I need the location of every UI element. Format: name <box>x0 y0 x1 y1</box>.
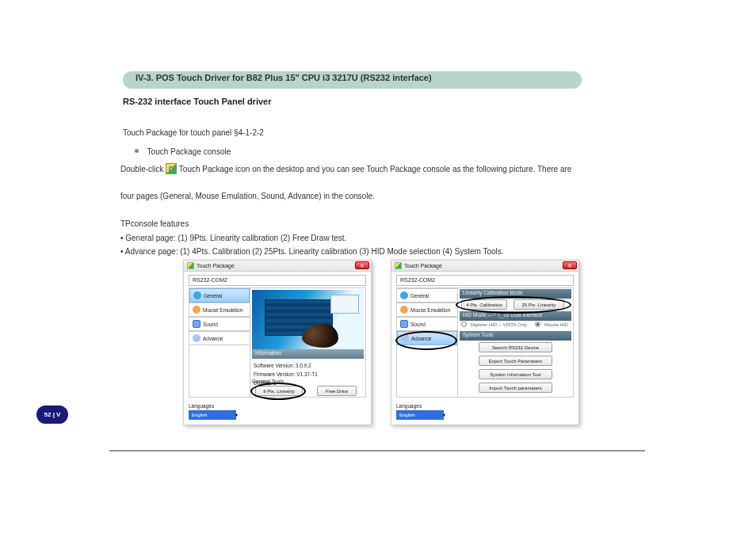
paragraph-2: Double-click Touch Package icon on the d… <box>120 163 629 176</box>
information-header: Information <box>252 349 364 359</box>
software-version: Software Version: 3.0.9.2 <box>254 361 318 370</box>
tab-general-label: General <box>204 293 222 299</box>
bullet-icon <box>135 149 139 153</box>
advance-main-panel: Linearity Calibration Mode 4 Pts. Calibr… <box>457 288 573 397</box>
page-number-pill: 52 | V <box>36 405 68 424</box>
twenty-five-pts-linearity-button[interactable]: 25 Pts. Linearity <box>514 299 564 310</box>
mouse-icon <box>400 306 408 314</box>
tab-advance-label: Advance <box>203 336 223 341</box>
globe-icon <box>193 291 201 299</box>
screenshot-general: Touch Package ✕ RS232-COM2 General Mouse… <box>183 260 372 425</box>
paragraph-1: Touch Package for touch panel §4-1-2-2 <box>123 127 264 139</box>
window-body: General Mouse Emulation Sound Advance In… <box>189 287 366 398</box>
system-information-tool-button[interactable]: System Information Tool <box>479 369 552 379</box>
window-title: Touch Package <box>404 263 442 268</box>
tab-mouse-label: Mouse Emulation <box>203 307 242 313</box>
system-tools-header: System Tools <box>460 331 571 341</box>
tab-mouse-label: Mouse Emulation <box>410 307 450 313</box>
preview-image-detail <box>330 295 359 314</box>
tab-advance[interactable]: Advance <box>397 331 457 345</box>
device-combobox-value: RS232-COM2 <box>400 277 435 283</box>
languages-label: Languages <box>396 403 444 409</box>
tab-sound[interactable]: Sound <box>189 317 250 331</box>
linearity-header: Linearity Calibration Mode <box>460 289 571 299</box>
languages-dropdown[interactable]: English <box>396 410 444 420</box>
close-icon[interactable]: ✕ <box>563 261 577 269</box>
paragraph-2-post: Touch Package icon on the desktop and yo… <box>179 165 572 173</box>
tab-sound-label: Sound <box>203 322 218 327</box>
languages-dropdown[interactable]: English <box>189 410 236 420</box>
section-header-text: IV-3. POS Touch Driver for B82 Plus 15" … <box>136 73 432 82</box>
radio-digitizer-hid[interactable] <box>461 322 467 327</box>
window-app-icon <box>395 262 402 269</box>
tab-advance-label: Advance <box>411 336 431 341</box>
export-touch-parameters-button[interactable]: Export Touch Parameters <box>479 356 552 366</box>
paragraph-5: • General page: (1) 9Pts. Linearity cali… <box>120 232 629 244</box>
search-rs232-button[interactable]: Search RS232 Device <box>479 342 552 352</box>
general-main-panel: Information Software Version: 3.0.9.2 Fi… <box>250 288 365 397</box>
sidebar: General Mouse Emulation Sound Advance <box>189 288 250 397</box>
four-pts-calibration-button[interactable]: 4 Pts. Calibration <box>461 299 507 310</box>
bullet-text: Touch Package console <box>147 147 231 156</box>
tab-general-label: General <box>410 293 429 299</box>
touch-package-icon <box>166 163 177 174</box>
paragraph-2-pre: Double-click <box>120 165 166 173</box>
hid-mode-radio-row: Digitizer HID -- VISTA Only Mouse HID <box>461 322 570 327</box>
window-title: Touch Package <box>197 263 235 268</box>
tab-mouse-emulation[interactable]: Mouse Emulation <box>397 303 457 317</box>
window-app-icon <box>187 262 194 269</box>
hid-mode-header: HID Mode — * T_15 USB interface <box>460 311 571 321</box>
radio-mouse-hid-label: Mouse HID <box>544 322 568 327</box>
close-icon[interactable]: ✕ <box>355 261 369 269</box>
window-titlebar: Touch Package ✕ <box>184 261 371 272</box>
preview-image <box>252 290 364 349</box>
mouse-icon <box>193 306 200 314</box>
gear-icon <box>401 334 409 342</box>
screenshot-advance: Touch Package ✕ RS232-COM2 General Mouse… <box>391 260 579 425</box>
device-combobox-value: RS232-COM2 <box>193 277 227 283</box>
window-body: General Mouse Emulation Sound Advance Li… <box>396 287 574 398</box>
tab-sound-label: Sound <box>410 322 426 327</box>
preview-image-detail <box>302 324 338 348</box>
languages-row: Languages English <box>396 403 444 420</box>
sidebar: General Mouse Emulation Sound Advance <box>397 288 457 397</box>
paragraph-6: • Advance page: (1) 4Pts. Calibration (2… <box>120 246 629 257</box>
tab-advance[interactable]: Advance <box>189 331 250 345</box>
languages-row: Languages English <box>189 403 236 420</box>
nine-pts-linearity-button[interactable]: 9 Pts. Linearity <box>255 386 303 396</box>
bullet-line: Touch Package console <box>135 146 231 158</box>
radio-digitizer-hid-label: Digitizer HID -- VISTA Only <box>471 322 528 327</box>
languages-value: English <box>192 413 208 417</box>
tab-sound[interactable]: Sound <box>397 317 457 331</box>
sound-icon <box>400 320 408 328</box>
paragraph-4: TPconsole features <box>120 218 629 230</box>
gear-icon <box>193 334 200 342</box>
device-combobox[interactable]: RS232-COM2 <box>189 275 366 286</box>
tab-mouse-emulation[interactable]: Mouse Emulation <box>189 303 250 317</box>
footer-rule <box>109 450 645 451</box>
firmware-version: Firmware Version: V1.37-T1 <box>254 370 318 379</box>
section-subtitle: RS-232 interface Touch Panel driver <box>123 97 271 106</box>
sound-icon <box>193 320 200 328</box>
general-tools-label: General Tools <box>252 379 284 384</box>
paragraph-3: four pages (General, Mouse Emulation, So… <box>120 190 629 202</box>
languages-label: Languages <box>189 403 236 409</box>
import-touch-parameters-button[interactable]: Import Touch parameters <box>479 383 552 393</box>
tab-general[interactable]: General <box>189 288 250 303</box>
tab-general[interactable]: General <box>397 288 457 303</box>
languages-value: English <box>399 413 415 417</box>
section-header-bar: IV-3. POS Touch Driver for B82 Plus 15" … <box>123 71 582 89</box>
globe-icon <box>400 291 408 299</box>
free-draw-button[interactable]: Free Draw <box>317 386 357 396</box>
device-combobox[interactable]: RS232-COM2 <box>396 275 574 286</box>
window-titlebar: Touch Package ✕ <box>391 261 578 272</box>
radio-mouse-hid[interactable] <box>535 322 540 327</box>
